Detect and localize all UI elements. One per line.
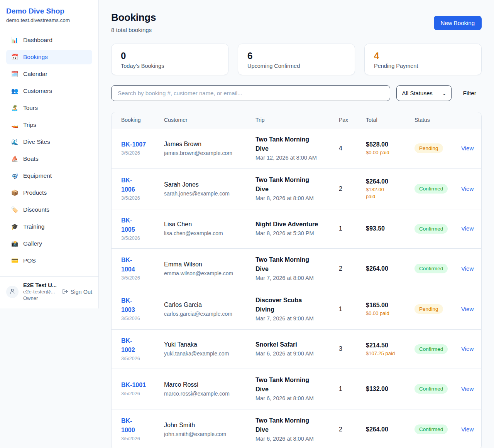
- booking-number-link[interactable]: BK- 1005: [121, 216, 135, 234]
- view-link[interactable]: View: [461, 145, 474, 152]
- sidebar-item-boats[interactable]: ⛵Boats: [6, 152, 92, 166]
- pax-cell: 3: [339, 329, 366, 369]
- trip-cell: Night Dive Adventure Mar 8, 2026 at 5:30…: [255, 209, 339, 248]
- sidebar-item-equipment[interactable]: 🤿Equipment: [6, 168, 92, 183]
- booking-number-link[interactable]: BK- 1002: [121, 336, 135, 355]
- sidebar-item-customers[interactable]: 👥Customers: [6, 84, 92, 98]
- view-link[interactable]: View: [461, 306, 474, 312]
- sidebar-item-pos[interactable]: 💳POS: [6, 253, 92, 268]
- trip-datetime: Mar 8, 2026 at 5:30 PM: [255, 229, 335, 237]
- customer-cell: Marco Rossi marco.rossi@example.com: [164, 369, 255, 409]
- view-link[interactable]: View: [461, 426, 474, 433]
- table-row: BK- 1003 3/5/2026 Carlos Garcia carlos.g…: [112, 289, 482, 329]
- customer-email: carlos.garcia@example.com: [164, 310, 252, 318]
- view-link[interactable]: View: [461, 265, 474, 272]
- booking-cell: BK-1001 3/5/2026: [112, 369, 164, 409]
- sidebar-item-label: Trips: [23, 121, 36, 128]
- stat-value: 6: [247, 50, 345, 62]
- status-badge: Confirmed: [414, 384, 448, 394]
- status-badge: Confirmed: [414, 224, 448, 234]
- view-link[interactable]: View: [461, 345, 474, 352]
- customer-cell: John Smith john.smith@example.com: [164, 409, 255, 448]
- user-email: e2e-tester@...: [23, 288, 58, 295]
- pax-count: 2: [339, 185, 342, 192]
- booking-date: 3/5/2026: [121, 150, 160, 157]
- shop-domain: demo.test.divestreams.com: [6, 17, 92, 23]
- status-badge: Pending: [414, 143, 443, 153]
- customer-cell: Carlos Garcia carlos.garcia@example.com: [164, 289, 255, 329]
- action-cell: View: [461, 329, 482, 369]
- booking-number-link[interactable]: BK-1001: [121, 381, 146, 390]
- sidebar-item-gallery[interactable]: 📸Gallery: [6, 236, 92, 251]
- table-header: BookingCustomerTripPaxTotalStatus: [112, 112, 482, 128]
- customer-email: marco.rossi@example.com: [164, 390, 252, 397]
- column-header: Trip: [255, 112, 339, 128]
- trip-datetime: Mar 6, 2026 at 9:00 AM: [255, 350, 335, 358]
- customer-email: sarah.jones@example.com: [164, 190, 252, 197]
- trip-name: Two Tank Morning Dive: [255, 255, 321, 274]
- customer-email: james.brown@example.com: [164, 149, 252, 157]
- discounts-icon: 🏷️: [11, 206, 19, 213]
- sidebar-item-dashboard[interactable]: 📊Dashboard: [6, 33, 92, 47]
- sidebar-item-bookings[interactable]: 📅Bookings: [6, 50, 92, 64]
- customer-name: Carlos Garcia: [164, 301, 252, 309]
- stat-card: 4Pending Payment: [364, 44, 482, 75]
- customer-email: john.smith@example.com: [164, 430, 252, 438]
- sidebar-item-label: Equipment: [23, 172, 52, 179]
- stat-card: 6Upcoming Confirmed: [238, 44, 355, 75]
- booking-number-link[interactable]: BK- 1003: [121, 296, 135, 315]
- filters-toolbar: All Statuses ⌄ Filter: [111, 85, 482, 101]
- sidebar-item-trips[interactable]: 🚤Trips: [6, 118, 92, 132]
- pax-cell: 1: [339, 289, 366, 329]
- action-cell: View: [461, 168, 482, 209]
- booking-cell: BK- 1004 3/5/2026: [112, 248, 164, 289]
- new-booking-button[interactable]: New Booking: [434, 16, 482, 30]
- booking-number-link[interactable]: BK- 1000: [121, 416, 135, 435]
- status-badge: Confirmed: [414, 424, 448, 434]
- sidebar-item-tours[interactable]: 🏝️Tours: [6, 101, 92, 115]
- sidebar-item-training[interactable]: 🎓Training: [6, 219, 92, 234]
- sidebar-item-products[interactable]: 📦Products: [6, 185, 92, 200]
- trip-name: Two Tank Morning Dive: [255, 175, 321, 194]
- total-cell: $264.00: [366, 248, 414, 289]
- page-title: Bookings: [111, 12, 156, 24]
- customer-cell: Lisa Chen lisa.chen@example.com: [164, 209, 255, 248]
- pax-cell: 1: [339, 369, 366, 409]
- total-cell: $214.50 $107.25 paid: [366, 329, 414, 369]
- total-amount: $264.00: [366, 264, 411, 273]
- view-link[interactable]: View: [461, 386, 474, 392]
- column-header: Status: [414, 112, 461, 128]
- sidebar-item-calendar[interactable]: 🗓️Calendar: [6, 67, 92, 81]
- trips-icon: 🚤: [11, 121, 19, 128]
- booking-number-link[interactable]: BK- 1006: [121, 176, 135, 194]
- trip-datetime: Mar 12, 2026 at 8:00 AM: [255, 154, 335, 162]
- main-content: Bookings 8 total bookings New Booking 0T…: [99, 0, 494, 448]
- view-link[interactable]: View: [461, 225, 474, 232]
- sidebar-item-dive-sites[interactable]: 🌊Dive Sites: [6, 135, 92, 149]
- total-cell: $132.00: [366, 369, 414, 409]
- action-cell: View: [461, 369, 482, 409]
- total-amount: $528.00: [366, 140, 411, 149]
- trip-datetime: Mar 8, 2026 at 8:00 AM: [255, 194, 335, 202]
- booking-date: 3/5/2026: [121, 390, 160, 397]
- sidebar: Demo Dive Shop demo.test.divestreams.com…: [0, 0, 99, 308]
- total-cell: $264.00 $132.00 paid: [366, 168, 414, 209]
- brand-block: Demo Dive Shop demo.test.divestreams.com: [0, 0, 98, 29]
- customer-email: yuki.tanaka@example.com: [164, 350, 252, 357]
- sidebar-item-label: Tours: [23, 104, 38, 111]
- stat-value: 0: [121, 50, 219, 62]
- sidebar-item-discounts[interactable]: 🏷️Discounts: [6, 202, 92, 217]
- paid-amount: $132.00 paid: [366, 186, 411, 200]
- search-input[interactable]: [111, 85, 390, 101]
- sign-out-icon: [62, 288, 68, 296]
- total-amount: $264.00: [366, 177, 411, 186]
- booking-number-link[interactable]: BK- 1004: [121, 256, 135, 274]
- trip-cell: Two Tank Morning Dive Mar 6, 2026 at 8:0…: [255, 409, 339, 448]
- trip-name: Two Tank Morning Dive: [255, 135, 321, 153]
- filter-button[interactable]: Filter: [458, 90, 482, 97]
- status-filter-select[interactable]: All Statuses ⌄: [396, 85, 452, 101]
- status-badge: Pending: [414, 304, 443, 314]
- sign-out-button[interactable]: Sign Out: [62, 288, 92, 296]
- booking-number-link[interactable]: BK-1007: [121, 140, 146, 149]
- view-link[interactable]: View: [461, 185, 474, 192]
